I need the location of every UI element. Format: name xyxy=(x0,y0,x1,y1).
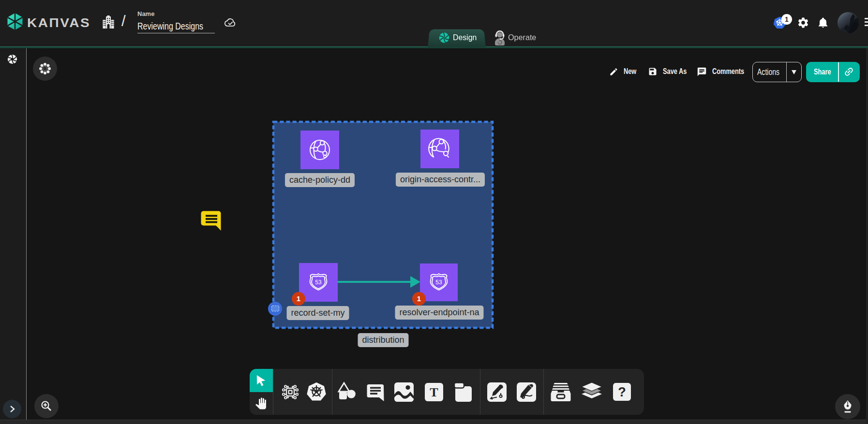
svg-text:?: ? xyxy=(618,385,626,399)
svg-text:53: 53 xyxy=(315,279,322,286)
svg-text:T: T xyxy=(430,385,438,399)
svg-text:53: 53 xyxy=(435,279,442,286)
